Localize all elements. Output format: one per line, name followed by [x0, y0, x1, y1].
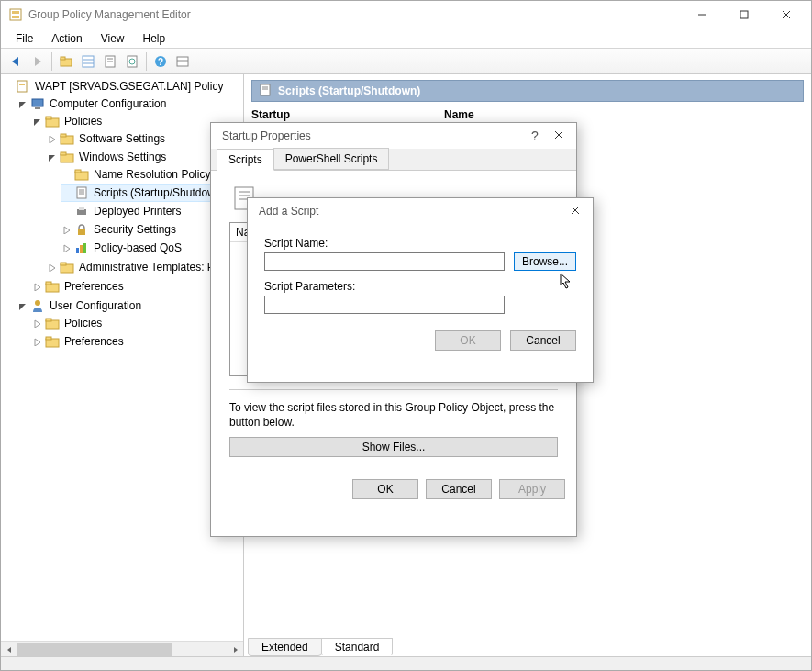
- dialog-titlebar: Add a Script: [248, 198, 593, 224]
- titlebar: Group Policy Management Editor: [1, 1, 811, 28]
- svg-rect-52: [261, 84, 270, 95]
- svg-rect-19: [177, 57, 188, 66]
- svg-rect-51: [46, 337, 51, 340]
- browse-button[interactable]: Browse...: [514, 252, 576, 271]
- help-button[interactable]: ?: [523, 129, 547, 143]
- close-button[interactable]: [547, 129, 571, 142]
- folder-icon: [60, 131, 74, 146]
- menu-action[interactable]: Action: [42, 29, 91, 48]
- close-button[interactable]: [765, 1, 807, 28]
- svg-rect-22: [19, 84, 25, 85]
- svg-rect-33: [77, 187, 86, 198]
- svg-rect-8: [61, 57, 65, 60]
- chevron-right-icon[interactable]: [61, 243, 72, 253]
- statusbar: [1, 656, 811, 671]
- user-icon: [30, 298, 45, 313]
- policy-tree[interactable]: WAPT [SRVADS.GSEGAT.LAN] Policy Computer…: [1, 77, 243, 352]
- chevron-right-icon[interactable]: [47, 134, 57, 144]
- folder-icon: [60, 150, 74, 164]
- menu-view[interactable]: View: [92, 29, 134, 48]
- script-name-label: Script Name:: [264, 237, 576, 250]
- chevron-down-icon[interactable]: [32, 117, 42, 127]
- window-controls: [681, 1, 807, 28]
- script-params-input[interactable]: [264, 296, 505, 314]
- svg-rect-49: [46, 319, 51, 321]
- dialog-title: Startup Properties: [222, 129, 523, 142]
- properties-button[interactable]: [99, 50, 121, 73]
- tab-standard[interactable]: Standard: [321, 638, 394, 656]
- menu-file[interactable]: File: [6, 29, 42, 48]
- tab-scripts[interactable]: Scripts: [217, 149, 274, 171]
- content-columns: Startup Name: [251, 106, 804, 124]
- folder-up-button[interactable]: [55, 50, 77, 73]
- chevron-down-icon[interactable]: [47, 152, 57, 162]
- svg-rect-41: [80, 245, 83, 253]
- chevron-down-icon[interactable]: [17, 301, 28, 311]
- content-header-title: Scripts (Startup/Shutdown): [278, 84, 420, 97]
- view-options-button[interactable]: [77, 50, 99, 73]
- folder-icon: [74, 167, 89, 182]
- svg-rect-39: [78, 229, 85, 235]
- cancel-button[interactable]: Cancel: [426, 479, 492, 499]
- scroll-left-button[interactable]: [1, 642, 17, 656]
- svg-rect-1: [12, 11, 19, 14]
- scroll-right-button[interactable]: [228, 642, 243, 656]
- dialog-note: To view the script files stored in this …: [229, 401, 558, 430]
- tree-pane: WAPT [SRVADS.GSEGAT.LAN] Policy Computer…: [1, 74, 244, 656]
- svg-rect-38: [79, 207, 84, 210]
- folder-icon: [45, 279, 60, 294]
- minimize-button[interactable]: [681, 1, 723, 28]
- toolbar: ?: [1, 49, 811, 74]
- menu-help[interactable]: Help: [134, 29, 175, 48]
- scrollbar-track[interactable]: [172, 642, 228, 656]
- svg-rect-0: [10, 9, 21, 20]
- forward-button[interactable]: [27, 50, 49, 73]
- column-startup: Startup: [251, 106, 444, 124]
- menubar: File Action View Help: [1, 28, 811, 49]
- chevron-down-icon[interactable]: [17, 99, 28, 109]
- show-files-button[interactable]: Show Files...: [229, 437, 558, 457]
- back-button[interactable]: [5, 50, 27, 73]
- dialog-tabs: Scripts PowerShell Scripts: [211, 149, 576, 171]
- apply-button[interactable]: Apply: [499, 479, 565, 499]
- filter-button[interactable]: [172, 50, 194, 73]
- folder-icon: [45, 316, 60, 330]
- tree-computer-config[interactable]: Computer Configuration: [17, 95, 243, 112]
- ok-button[interactable]: OK: [352, 479, 418, 499]
- ok-button[interactable]: OK: [435, 330, 501, 351]
- tab-extended[interactable]: Extended: [248, 638, 322, 656]
- dialog-title: Add a Script: [259, 205, 563, 218]
- chart-icon: [74, 240, 89, 255]
- chevron-right-icon[interactable]: [47, 263, 57, 273]
- svg-rect-42: [83, 243, 86, 253]
- chevron-right-icon[interactable]: [32, 319, 42, 329]
- tab-powershell[interactable]: PowerShell Scripts: [273, 148, 390, 170]
- svg-rect-30: [61, 152, 66, 155]
- tree-horizontal-scrollbar[interactable]: [1, 641, 243, 656]
- folder-icon: [60, 260, 74, 274]
- footer-tabs: Extended Standard: [244, 636, 811, 656]
- tree-root[interactable]: WAPT [SRVADS.GSEGAT.LAN] Policy: [3, 78, 243, 95]
- scrollbar-thumb[interactable]: [17, 643, 172, 656]
- add-script-dialog: Add a Script Script Name: Browse... Scri…: [247, 197, 594, 383]
- svg-rect-2: [12, 16, 19, 18]
- computer-icon: [30, 96, 45, 111]
- dialog-titlebar: Startup Properties ?: [211, 123, 576, 149]
- maximize-button[interactable]: [723, 1, 765, 28]
- cancel-button[interactable]: Cancel: [510, 330, 576, 351]
- refresh-button[interactable]: [121, 50, 143, 73]
- chevron-right-icon[interactable]: [32, 337, 42, 347]
- script-icon: [258, 83, 273, 100]
- window-title: Group Policy Management Editor: [28, 8, 681, 21]
- svg-rect-44: [61, 263, 66, 265]
- chevron-right-icon[interactable]: [32, 282, 42, 292]
- help-button[interactable]: ?: [150, 50, 172, 73]
- chevron-right-icon[interactable]: [61, 225, 72, 235]
- script-name-input[interactable]: [264, 252, 505, 271]
- svg-rect-32: [75, 170, 81, 173]
- svg-rect-46: [46, 282, 51, 285]
- svg-rect-21: [17, 81, 27, 92]
- close-button[interactable]: [563, 205, 587, 218]
- column-name: Name: [444, 106, 474, 124]
- svg-rect-40: [76, 248, 79, 253]
